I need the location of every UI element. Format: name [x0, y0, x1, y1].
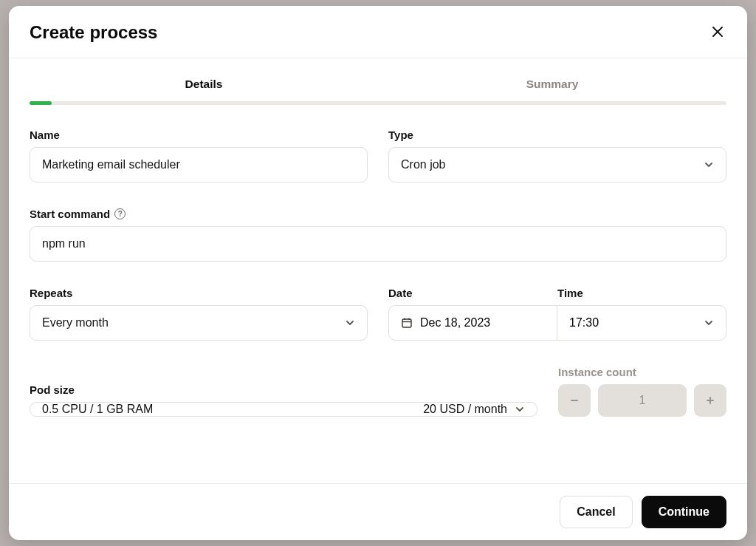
modal-header: Create process: [9, 6, 747, 58]
stepper-tabs: Details Summary: [9, 58, 747, 101]
date-picker[interactable]: Dec 18, 2023: [388, 305, 557, 341]
date-time-group: Date Dec 18, 2023 Time 17:30: [388, 287, 726, 341]
tab-details[interactable]: Details: [30, 78, 378, 101]
modal-title: Create process: [30, 22, 157, 43]
date-value: Dec 18, 2023: [420, 316, 490, 330]
start-command-value: npm run: [42, 237, 86, 250]
progress-fill: [30, 101, 52, 105]
instance-count-display: 1: [598, 384, 687, 417]
repeats-label: Repeats: [30, 287, 368, 299]
pod-size-field: Pod size 0.5 CPU / 1 GB RAM 20 USD / mon…: [30, 383, 537, 417]
instance-count-value: 1: [639, 394, 646, 407]
plus-icon: [705, 395, 715, 406]
pod-size-select[interactable]: 0.5 CPU / 1 GB RAM 20 USD / month: [30, 402, 537, 417]
start-command-label-text: Start command: [30, 208, 110, 220]
time-value: 17:30: [569, 316, 599, 330]
repeats-field: Repeats Every month: [30, 287, 368, 341]
cancel-label: Cancel: [577, 505, 615, 519]
time-label: Time: [557, 287, 726, 299]
name-label: Name: [30, 129, 368, 141]
form-body: Name Marketing email scheduler Type Cron…: [9, 105, 747, 483]
repeats-value: Every month: [42, 316, 109, 330]
pod-instance-row: Pod size 0.5 CPU / 1 GB RAM 20 USD / mon…: [30, 366, 726, 417]
pod-size-value: 0.5 CPU / 1 GB RAM: [42, 403, 423, 416]
chevron-down-icon: [515, 404, 525, 414]
start-command-input[interactable]: npm run: [30, 226, 726, 262]
decrement-button[interactable]: [558, 384, 591, 417]
pod-size-label: Pod size: [30, 383, 537, 396]
date-label: Date: [388, 287, 557, 299]
close-icon: [712, 26, 724, 38]
type-select[interactable]: Cron job: [388, 147, 726, 182]
progress-bar: [30, 101, 726, 105]
modal-footer: Cancel Continue: [9, 483, 747, 540]
create-process-modal: Create process Details Summary Name Mark…: [9, 6, 747, 540]
type-value: Cron job: [401, 158, 445, 171]
cancel-button[interactable]: Cancel: [560, 496, 632, 528]
close-button[interactable]: [709, 23, 726, 43]
chevron-down-icon: [704, 318, 714, 328]
instance-count-stepper: 1: [558, 384, 726, 417]
start-command-field: Start command ? npm run: [30, 208, 726, 262]
chevron-down-icon: [345, 318, 355, 328]
repeats-select[interactable]: Every month: [30, 305, 368, 341]
svg-rect-2: [402, 319, 411, 327]
minus-icon: [569, 395, 580, 406]
instance-count-label: Instance count: [558, 366, 726, 378]
name-input[interactable]: Marketing email scheduler: [30, 147, 368, 182]
time-picker[interactable]: 17:30: [557, 305, 726, 341]
type-field: Type Cron job: [388, 129, 726, 182]
pod-size-price: 20 USD / month: [423, 403, 507, 416]
name-value: Marketing email scheduler: [42, 158, 180, 171]
chevron-down-icon: [704, 160, 714, 170]
calendar-icon: [401, 317, 413, 329]
start-command-label: Start command ?: [30, 208, 726, 220]
type-label: Type: [388, 129, 726, 141]
continue-button[interactable]: Continue: [642, 496, 726, 528]
instance-count-field: Instance count 1: [558, 366, 726, 417]
continue-label: Continue: [659, 505, 709, 519]
name-field: Name Marketing email scheduler: [30, 129, 368, 182]
tab-summary[interactable]: Summary: [378, 78, 726, 101]
increment-button[interactable]: [694, 384, 726, 417]
help-icon[interactable]: ?: [114, 208, 126, 219]
